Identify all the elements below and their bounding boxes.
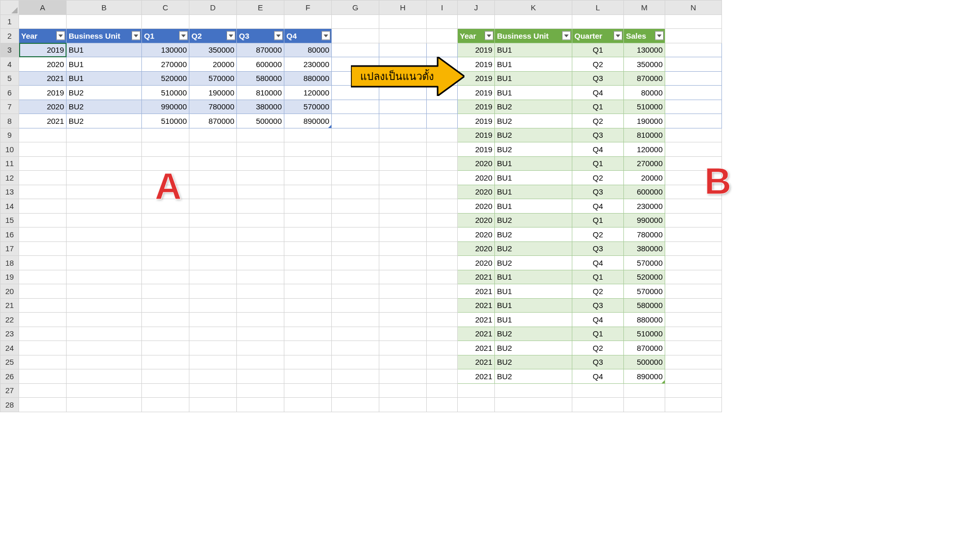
cell-N28[interactable] (665, 398, 722, 412)
filter-dropdown-icon[interactable] (485, 31, 493, 40)
cell-B21[interactable] (67, 298, 142, 313)
col-header-E[interactable]: E (237, 1, 284, 15)
cell-B27[interactable] (67, 383, 142, 398)
cell-B2[interactable]: Business Unit (67, 29, 142, 43)
cell-H19[interactable] (379, 270, 427, 284)
cell-E22[interactable] (237, 313, 284, 327)
row-header-28[interactable]: 28 (1, 398, 19, 412)
cell-J11[interactable]: 2020 (458, 156, 495, 171)
cell-A9[interactable] (19, 128, 67, 142)
row-header-12[interactable]: 12 (1, 171, 19, 185)
cell-K2[interactable]: Business Unit (495, 29, 572, 43)
cell-L1[interactable] (572, 14, 624, 29)
cell-A17[interactable] (19, 241, 67, 256)
cell-C18[interactable] (142, 256, 189, 270)
cell-M3[interactable]: 130000 (624, 43, 665, 57)
cell-C27[interactable] (142, 383, 189, 398)
cell-H8[interactable] (379, 114, 427, 128)
cell-K25[interactable]: BU2 (495, 355, 572, 369)
cell-B25[interactable] (67, 355, 142, 369)
cell-I1[interactable] (427, 14, 458, 29)
cell-F15[interactable] (284, 213, 332, 228)
cell-G26[interactable] (332, 369, 379, 384)
cell-E16[interactable] (237, 228, 284, 242)
cell-I9[interactable] (427, 128, 458, 142)
cell-D10[interactable] (189, 142, 237, 157)
cell-C19[interactable] (142, 270, 189, 284)
cell-I14[interactable] (427, 199, 458, 214)
cell-E24[interactable] (237, 341, 284, 355)
row-header-2[interactable]: 2 (1, 29, 19, 43)
cell-F14[interactable] (284, 199, 332, 214)
cell-K26[interactable]: BU2 (495, 369, 572, 384)
cell-A19[interactable] (19, 270, 67, 284)
cell-M17[interactable]: 380000 (624, 241, 665, 256)
cell-E6[interactable]: 810000 (237, 86, 284, 100)
cell-K16[interactable]: BU2 (495, 228, 572, 242)
cell-N25[interactable] (665, 355, 722, 369)
cell-C16[interactable] (142, 228, 189, 242)
cell-D21[interactable] (189, 298, 237, 313)
cell-J8[interactable]: 2019 (458, 114, 495, 128)
cell-H25[interactable] (379, 355, 427, 369)
cell-D12[interactable] (189, 171, 237, 185)
cell-M13[interactable]: 600000 (624, 185, 665, 199)
cell-A16[interactable] (19, 228, 67, 242)
cell-F28[interactable] (284, 398, 332, 412)
cell-G2[interactable] (332, 29, 379, 43)
cell-I10[interactable] (427, 142, 458, 157)
cell-B9[interactable] (67, 128, 142, 142)
row-header-1[interactable]: 1 (1, 14, 19, 29)
row-header-9[interactable]: 9 (1, 128, 19, 142)
row-header-15[interactable]: 15 (1, 213, 19, 228)
cell-D4[interactable]: 20000 (189, 57, 237, 72)
col-header-I[interactable]: I (427, 1, 458, 15)
cell-C1[interactable] (142, 14, 189, 29)
row-header-27[interactable]: 27 (1, 383, 19, 398)
cell-J16[interactable]: 2020 (458, 228, 495, 242)
cell-C26[interactable] (142, 369, 189, 384)
cell-H24[interactable] (379, 341, 427, 355)
cell-M21[interactable]: 580000 (624, 298, 665, 313)
cell-N7[interactable] (665, 100, 722, 114)
row-header-20[interactable]: 20 (1, 284, 19, 299)
cell-L10[interactable]: Q4 (572, 142, 624, 157)
cell-L6[interactable]: Q4 (572, 86, 624, 100)
cell-B7[interactable]: BU2 (67, 100, 142, 114)
cell-K1[interactable] (495, 14, 572, 29)
cell-H16[interactable] (379, 228, 427, 242)
cell-C10[interactable] (142, 142, 189, 157)
cell-G21[interactable] (332, 298, 379, 313)
cell-E28[interactable] (237, 398, 284, 412)
cell-F7[interactable]: 570000 (284, 100, 332, 114)
cell-F13[interactable] (284, 185, 332, 199)
cell-J18[interactable]: 2020 (458, 256, 495, 270)
cell-I7[interactable] (427, 100, 458, 114)
cell-N3[interactable] (665, 43, 722, 57)
cell-F25[interactable] (284, 355, 332, 369)
cell-J12[interactable]: 2020 (458, 171, 495, 185)
cell-C6[interactable]: 510000 (142, 86, 189, 100)
cell-L8[interactable]: Q2 (572, 114, 624, 128)
cell-H13[interactable] (379, 185, 427, 199)
cell-C17[interactable] (142, 241, 189, 256)
cell-G23[interactable] (332, 327, 379, 341)
cell-D18[interactable] (189, 256, 237, 270)
cell-M7[interactable]: 510000 (624, 100, 665, 114)
cell-H23[interactable] (379, 327, 427, 341)
cell-L12[interactable]: Q2 (572, 171, 624, 185)
cell-I21[interactable] (427, 298, 458, 313)
cell-A13[interactable] (19, 185, 67, 199)
cell-F5[interactable]: 880000 (284, 71, 332, 86)
cell-M19[interactable]: 520000 (624, 270, 665, 284)
cell-D6[interactable]: 190000 (189, 86, 237, 100)
cell-A1[interactable] (19, 14, 67, 29)
cell-L21[interactable]: Q3 (572, 298, 624, 313)
cell-A27[interactable] (19, 383, 67, 398)
cell-G11[interactable] (332, 156, 379, 171)
cell-E17[interactable] (237, 241, 284, 256)
cell-I17[interactable] (427, 241, 458, 256)
cell-E9[interactable] (237, 128, 284, 142)
cell-J24[interactable]: 2021 (458, 341, 495, 355)
cell-M15[interactable]: 990000 (624, 213, 665, 228)
